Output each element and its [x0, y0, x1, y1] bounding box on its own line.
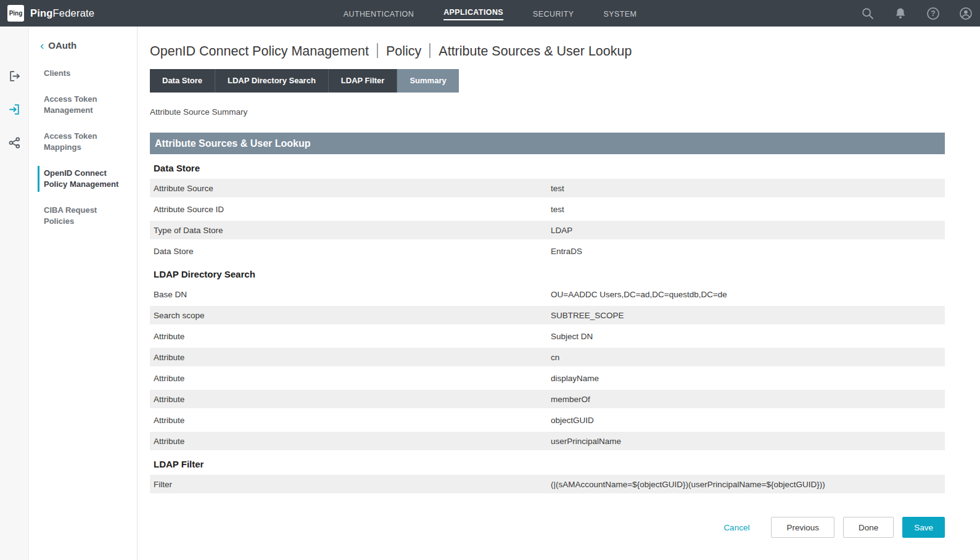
row-value: displayName	[551, 374, 945, 383]
svg-text:?: ?	[931, 9, 935, 18]
tabs: Data Store LDAP Directory Search LDAP Fi…	[150, 69, 945, 93]
rail-item-network[interactable]	[0, 126, 28, 159]
tab-ldap-filter[interactable]: LDAP Filter	[329, 69, 398, 93]
row-value: test	[551, 184, 945, 193]
tab-ldap-directory-search[interactable]: LDAP Directory Search	[215, 69, 329, 93]
summary-row: Data Store EntraDS	[150, 242, 945, 260]
row-label: Search scope	[150, 311, 551, 320]
summary-row: Attribute userPrincipalName	[150, 432, 945, 450]
oauth-back-link[interactable]: ‹ OAuth	[29, 40, 137, 60]
main-content: OpenID Connect Policy ManagementPolicyAt…	[138, 27, 980, 560]
row-label: Attribute	[150, 416, 551, 425]
row-value: LDAP	[551, 226, 945, 235]
sidebar-item-access-token-management[interactable]: Access Token Management	[29, 86, 137, 123]
row-label: Attribute	[150, 437, 551, 446]
rail-item-sign-out[interactable]	[0, 93, 28, 126]
row-value: Subject DN	[551, 332, 945, 341]
summary-row: Search scope SUBTREE_SCOPE	[150, 306, 945, 324]
breadcrumb-attribute-sources: Attribute Sources & User Lookup	[439, 44, 632, 59]
row-label: Attribute	[150, 395, 551, 404]
row-label: Type of Data Store	[150, 226, 551, 235]
summary-row: Base DN OU=AADDC Users,DC=ad,DC=questdb,…	[150, 285, 945, 303]
row-value: userPrincipalName	[551, 437, 945, 446]
row-label: Filter	[150, 480, 551, 489]
brand-bold: Ping	[30, 7, 53, 19]
row-label: Attribute	[150, 332, 551, 341]
breadcrumb-separator	[429, 43, 430, 58]
done-button[interactable]: Done	[843, 517, 894, 538]
top-nav: AUTHENTICATION APPLICATIONS SECURITY SYS…	[344, 0, 637, 27]
sidebar-item-ciba-request-policies[interactable]: CIBA Request Policies	[29, 197, 137, 234]
summary-row: Attribute Source test	[150, 179, 945, 197]
network-icon	[8, 136, 21, 149]
section-title-ldap-filter: LDAP Filter	[150, 459, 945, 469]
section-title-data-store: Data Store	[150, 163, 945, 173]
sidebar-item-clients[interactable]: Clients	[29, 60, 137, 86]
summary-label: Attribute Source Summary	[150, 107, 945, 117]
row-value: memberOf	[551, 395, 945, 404]
save-button[interactable]: Save	[902, 517, 945, 538]
sidebar-item-openid-connect-policy-management[interactable]: OpenID Connect Policy Management	[29, 160, 137, 197]
row-label: Attribute	[150, 353, 551, 362]
nav-security[interactable]: SECURITY	[533, 9, 574, 19]
brand-rest: Federate	[53, 7, 95, 19]
cancel-button[interactable]: Cancel	[723, 523, 749, 532]
notifications-icon[interactable]	[894, 7, 907, 20]
panel-header: Attribute Sources & User Lookup	[150, 133, 945, 154]
sign-out-icon	[8, 103, 21, 116]
icon-rail	[0, 27, 29, 560]
row-label: Attribute	[150, 374, 551, 383]
ping-logo-icon: Ping	[7, 5, 24, 22]
oauth-back-label: OAuth	[48, 40, 76, 51]
summary-row: Attribute Subject DN	[150, 327, 945, 345]
search-icon[interactable]	[861, 7, 875, 20]
tab-data-store[interactable]: Data Store	[150, 69, 215, 93]
summary-row: Attribute cn	[150, 348, 945, 366]
account-icon[interactable]	[959, 7, 973, 20]
page-title: OpenID Connect Policy ManagementPolicyAt…	[150, 42, 945, 60]
row-value: cn	[551, 353, 945, 362]
summary-row: Attribute objectGUID	[150, 411, 945, 429]
breadcrumb-policy-management: OpenID Connect Policy Management	[150, 44, 369, 59]
summary-row: Attribute memberOf	[150, 390, 945, 408]
brand-name: PingFederate	[30, 7, 94, 19]
section-title-ldap-directory-search: LDAP Directory Search	[150, 269, 945, 279]
rail-item-sign-in[interactable]	[0, 59, 28, 93]
tab-summary[interactable]: Summary	[397, 69, 458, 93]
previous-button[interactable]: Previous	[771, 517, 834, 538]
row-value: (|(sAMAccountName=${objectGUID})(userPri…	[551, 480, 945, 489]
row-value: OU=AADDC Users,DC=ad,DC=questdb,DC=de	[551, 290, 945, 299]
brand: Ping PingFederate	[7, 5, 94, 22]
row-label: Attribute Source	[150, 184, 551, 193]
row-label: Base DN	[150, 290, 551, 299]
summary-row: Attribute displayName	[150, 369, 945, 387]
top-bar: Ping PingFederate AUTHENTICATION APPLICA…	[0, 0, 980, 27]
row-value: SUBTREE_SCOPE	[551, 311, 945, 320]
nav-system[interactable]: SYSTEM	[603, 9, 636, 19]
sidebar-item-access-token-mappings[interactable]: Access Token Mappings	[29, 123, 137, 160]
summary-row: Type of Data Store LDAP	[150, 221, 945, 239]
help-icon[interactable]: ?	[926, 7, 940, 20]
top-icons: ?	[861, 7, 974, 20]
summary-row: Attribute Source ID test	[150, 200, 945, 218]
nav-authentication[interactable]: AUTHENTICATION	[344, 9, 414, 19]
row-value: test	[551, 205, 945, 214]
row-value: objectGUID	[551, 416, 945, 425]
breadcrumb-policy: Policy	[386, 44, 421, 59]
back-chevron-icon: ‹	[40, 41, 44, 50]
breadcrumb-separator	[377, 43, 378, 58]
sidebar: ‹ OAuth Clients Access Token Management …	[29, 27, 138, 560]
sign-in-icon	[8, 70, 21, 83]
footer-actions: Cancel Previous Done Save	[150, 517, 945, 538]
row-label: Attribute Source ID	[150, 205, 551, 214]
row-value: EntraDS	[551, 247, 945, 256]
nav-applications[interactable]: APPLICATIONS	[443, 7, 503, 20]
row-label: Data Store	[150, 247, 551, 256]
summary-row: Filter (|(sAMAccountName=${objectGUID})(…	[150, 475, 945, 493]
logo-text: Ping	[9, 10, 23, 17]
